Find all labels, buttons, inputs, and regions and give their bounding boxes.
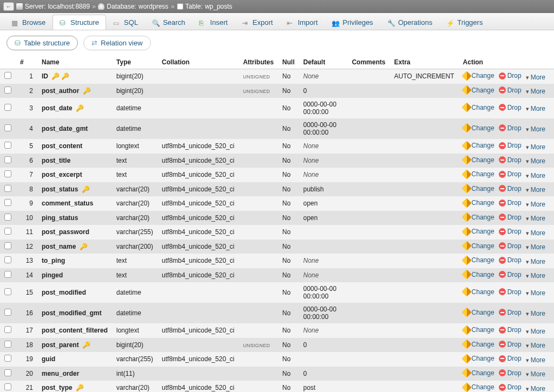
tab-import[interactable]: Import [280,15,325,30]
row-checkbox[interactable] [4,326,11,333]
row-checkbox[interactable] [4,309,11,316]
more-action[interactable]: More [526,289,545,297]
change-action[interactable]: Change [463,309,494,316]
row-checkbox[interactable] [4,87,11,94]
drop-action[interactable]: Drop [499,369,522,377]
change-action[interactable]: Change [463,271,494,278]
change-action[interactable]: Change [463,288,494,296]
more-action[interactable]: More [526,310,545,317]
drop-action[interactable]: Drop [499,271,522,278]
more-action[interactable]: More [526,215,545,222]
row-checkbox[interactable] [4,185,11,192]
breadcrumb-table[interactable]: Table: wp_posts [177,3,233,10]
row-checkbox[interactable] [4,369,11,376]
more-action[interactable]: More [526,356,545,364]
tab-sql[interactable]: SQL [106,15,145,30]
drop-action[interactable]: Drop [499,288,522,296]
more-action[interactable]: More [526,74,545,81]
change-action[interactable]: Change [463,214,494,221]
more-action[interactable]: More [526,258,545,265]
more-action[interactable]: More [526,385,545,393]
change-action[interactable]: Change [463,142,494,149]
more-action[interactable]: More [526,125,545,133]
row-checkbox[interactable] [4,383,11,390]
more-action[interactable]: More [526,201,545,208]
more-action[interactable]: More [526,243,545,251]
change-action[interactable]: Change [463,228,494,235]
change-action[interactable]: Change [463,72,494,79]
row-checkbox[interactable] [4,214,11,221]
drop-action[interactable]: Drop [499,228,522,235]
back-button[interactable]: ← [3,2,14,11]
tab-relation-view[interactable]: Relation view [83,36,150,50]
row-checkbox[interactable] [4,124,11,131]
drop-action[interactable]: Drop [499,72,522,79]
drop-action[interactable]: Drop [499,341,522,348]
row-checkbox[interactable] [4,72,11,79]
more-action[interactable]: More [526,342,545,349]
row-checkbox[interactable] [4,256,11,263]
change-action[interactable]: Change [463,199,494,207]
more-action[interactable]: More [526,272,545,280]
row-checkbox[interactable] [4,341,11,348]
change-action[interactable]: Change [463,326,494,334]
change-action[interactable]: Change [463,185,494,192]
drop-action[interactable]: Drop [499,104,522,111]
more-action[interactable]: More [526,143,545,151]
drop-action[interactable]: Drop [499,214,522,221]
more-action[interactable]: More [526,186,545,194]
breadcrumb-database[interactable]: Database: wordpress [98,3,168,10]
tab-table-structure[interactable]: Table structure [6,36,78,50]
row-checkbox[interactable] [4,199,11,206]
tab-insert[interactable]: Insert [192,15,235,30]
row-checkbox[interactable] [4,170,11,177]
drop-action[interactable]: Drop [499,256,522,264]
row-checkbox[interactable] [4,228,11,235]
drop-action[interactable]: Drop [499,242,522,250]
drop-action[interactable]: Drop [499,185,522,192]
tab-operations[interactable]: Operations [380,15,440,30]
change-action[interactable]: Change [463,170,494,178]
change-action[interactable]: Change [463,104,494,111]
row-checkbox[interactable] [4,242,11,249]
tab-browse[interactable]: Browse [4,15,52,30]
drop-action[interactable]: Drop [499,87,522,94]
change-action[interactable]: Change [463,383,494,391]
row-checkbox[interactable] [4,104,11,111]
drop-action[interactable]: Drop [499,142,522,149]
drop-action[interactable]: Drop [499,124,522,132]
more-action[interactable]: More [526,88,545,95]
tab-triggers[interactable]: Triggers [439,15,490,30]
drop-action[interactable]: Drop [499,199,522,207]
drop-action[interactable]: Drop [499,383,522,391]
row-checkbox[interactable] [4,288,11,295]
row-checkbox[interactable] [4,156,11,163]
breadcrumb-server[interactable]: Server: localhost:8889 [16,3,90,10]
row-checkbox[interactable] [4,355,11,362]
tab-search[interactable]: Search [145,15,192,30]
drop-action[interactable]: Drop [499,326,522,334]
more-action[interactable]: More [526,229,545,237]
change-action[interactable]: Change [463,156,494,164]
more-action[interactable]: More [526,157,545,165]
change-action[interactable]: Change [463,242,494,250]
drop-action[interactable]: Drop [499,309,522,316]
tab-structure[interactable]: Structure [52,15,106,30]
change-action[interactable]: Change [463,87,494,94]
row-checkbox[interactable] [4,142,11,149]
change-action[interactable]: Change [463,369,494,377]
change-action[interactable]: Change [463,341,494,348]
more-action[interactable]: More [526,328,545,335]
more-action[interactable]: More [526,172,545,180]
tab-privileges[interactable]: Privileges [325,15,380,30]
more-action[interactable]: More [526,105,545,112]
drop-action[interactable]: Drop [499,156,522,164]
drop-action[interactable]: Drop [499,170,522,178]
change-action[interactable]: Change [463,355,494,362]
change-action[interactable]: Change [463,256,494,264]
drop-action[interactable]: Drop [499,355,522,362]
row-checkbox[interactable] [4,271,11,278]
tab-export[interactable]: Export [235,15,280,30]
more-action[interactable]: More [526,370,545,378]
change-action[interactable]: Change [463,124,494,132]
